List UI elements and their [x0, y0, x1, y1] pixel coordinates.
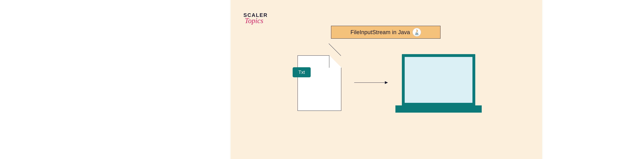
file-fold-corner — [329, 56, 341, 68]
file-extension-label: Txt — [298, 70, 305, 75]
svg-point-0 — [416, 33, 418, 34]
laptop-base — [396, 106, 482, 112]
title-text: FileInputStream in Java — [350, 29, 410, 36]
scaler-logo: SCALER Topics — [244, 12, 268, 25]
java-logo-icon — [412, 28, 421, 36]
file-fold-line — [329, 44, 341, 56]
laptop-screen — [405, 57, 472, 103]
flow-arrow — [354, 82, 388, 83]
arrow-line — [354, 82, 388, 83]
svg-point-1 — [416, 34, 418, 34]
laptop-icon — [402, 54, 482, 112]
file-extension-tag: Txt — [293, 67, 311, 77]
laptop-screen-frame — [402, 54, 475, 106]
diagram-canvas: SCALER Topics FileInputStream in Java Tx… — [230, 0, 542, 159]
svg-point-2 — [415, 34, 418, 35]
arrow-head-icon — [385, 81, 388, 84]
title-banner: FileInputStream in Java — [331, 26, 440, 39]
text-file-icon: Txt — [298, 56, 341, 111]
file-body: Txt — [298, 56, 341, 111]
